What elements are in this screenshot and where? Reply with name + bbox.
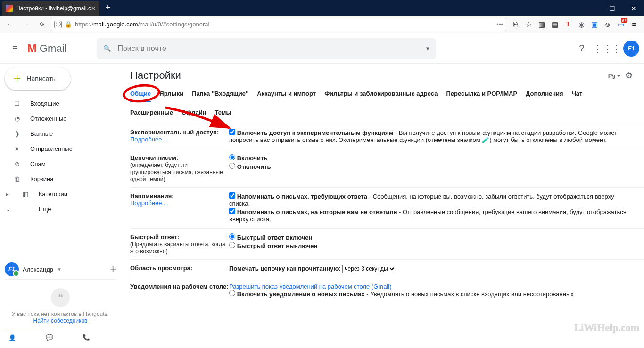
tab-close-icon[interactable]: ✕	[91, 5, 96, 12]
hangouts-tab-chat[interactable]: 💬	[42, 331, 79, 344]
experimental-checkbox-label[interactable]: Включить доступ к экспериментальным функ…	[229, 129, 635, 143]
hangouts-empty-text: У вас пока нет контактов в Hangouts.	[8, 311, 113, 317]
browser-menu-icon[interactable]: ≡	[629, 19, 639, 30]
back-button[interactable]: ←	[3, 17, 17, 32]
conversation-on-radio-label[interactable]: Включить	[229, 154, 635, 162]
setting-label-conversation: Цепочки писем: (определяет, будут ли гру…	[130, 154, 229, 182]
sidebar-item-inbox[interactable]: ☐Входящие	[0, 96, 116, 111]
setting-label-nudges: Напоминания: Подробнее...	[130, 192, 229, 224]
sidebar-item-categories[interactable]: ▸◧Категории	[0, 186, 116, 201]
tab-themes[interactable]: Темы	[215, 109, 231, 116]
reload-button[interactable]: ⟳	[35, 17, 49, 32]
conversation-off-radio-label[interactable]: Отключить	[229, 163, 635, 170]
tab-general[interactable]: Общие	[130, 90, 151, 102]
mark-read-select[interactable]: через 3 секунды	[342, 265, 396, 273]
learn-more-link[interactable]: Подробнее...	[130, 199, 167, 207]
tab-forwarding[interactable]: Пересылка и POP/IMAP	[446, 90, 517, 102]
nudge-followup-checkbox[interactable]	[229, 208, 235, 214]
learn-more-link[interactable]: Подробнее...	[130, 136, 167, 143]
tab-chat[interactable]: Чат	[572, 90, 583, 102]
address-bar: ← → ⟳ ⓘ 🔒 https://mail.google.com/mail/u…	[0, 16, 644, 33]
browser-tab[interactable]: Настройки - liwihelp@gmail.c ✕	[2, 1, 99, 16]
nudge-reply-checkbox[interactable]	[229, 192, 235, 199]
notif-new-radio-label[interactable]: Включить уведомления о новых письмах - У…	[229, 290, 635, 298]
sidebar-icon[interactable]: ▤	[550, 19, 560, 30]
bookmark-icon[interactable]: ☆	[523, 19, 534, 30]
setting-label-experimental: Экспериментальный доступ: Подробнее...	[130, 129, 229, 144]
smartreply-on-radio-label[interactable]: Быстрый ответ включен	[229, 233, 635, 241]
gmail-m-icon: M	[27, 42, 37, 55]
account-avatar[interactable]: F1	[623, 41, 639, 57]
search-input[interactable]	[117, 44, 420, 53]
site-info-icon[interactable]: ⓘ	[54, 21, 62, 28]
setting-label-notifications: Уведомления на рабочем столе:	[130, 283, 229, 298]
profile-icon[interactable]: ☺	[603, 19, 613, 30]
conversation-on-radio[interactable]	[229, 154, 235, 160]
smartreply-off-radio[interactable]	[229, 242, 235, 248]
gmail-logo[interactable]: M Gmail	[27, 42, 66, 55]
page-title: Настройки	[130, 69, 181, 82]
smartreply-on-radio[interactable]	[229, 233, 235, 240]
tab-advanced[interactable]: Расширенные	[130, 109, 173, 116]
hangouts-tab-phone[interactable]: 📞	[79, 331, 116, 344]
enable-notifications-link[interactable]: Разрешить показ уведомлений на рабочем с…	[229, 283, 391, 290]
main-menu-button[interactable]: ≡	[5, 38, 25, 59]
lock-icon: 🔒	[65, 21, 72, 28]
support-button[interactable]: ?	[572, 39, 591, 58]
sidebar-item-sent[interactable]: ➤Отправленные	[0, 141, 116, 156]
reader-icon[interactable]: ⎘	[510, 19, 520, 30]
new-tab-button[interactable]: +	[101, 3, 115, 13]
window-close-button[interactable]: ✕	[623, 1, 644, 16]
plus-icon: +	[13, 71, 21, 86]
tab-labels[interactable]: Ярлыки	[159, 90, 183, 102]
tab-addons[interactable]: Дополнения	[526, 90, 563, 102]
clock-icon: ◔	[12, 115, 22, 122]
hangouts-find-link[interactable]: Найти собеседников	[8, 317, 113, 324]
tab-favicon	[6, 5, 13, 12]
ext-t-icon[interactable]: T	[563, 19, 573, 30]
search-options-icon[interactable]: ▾	[426, 45, 429, 52]
label-icon: ◧	[21, 191, 30, 198]
sidebar-item-snoozed[interactable]: ◔Отложенные	[0, 111, 116, 126]
important-icon: ❱	[12, 130, 22, 137]
tab-offline[interactable]: Офлайн	[182, 109, 206, 116]
sidebar-item-important[interactable]: ❱Важные	[0, 126, 116, 141]
input-tools-button[interactable]: Рꭚ ▾	[608, 72, 620, 79]
ext-abp-icon[interactable]: ◉	[576, 19, 586, 30]
tab-title: Настройки - liwihelp@gmail.c	[16, 5, 91, 12]
hangouts-dropdown-icon[interactable]: ▼	[57, 267, 62, 272]
smartreply-off-radio-label[interactable]: Быстрый ответ выключен	[229, 242, 635, 249]
tab-filters[interactable]: Фильтры и заблокированные адреса	[324, 90, 438, 102]
sidebar-item-more[interactable]: ⌄Ещё	[0, 201, 116, 216]
ext-badge-icon[interactable]: ▭9+	[616, 19, 626, 30]
hangouts-new-chat-button[interactable]: +	[110, 263, 116, 275]
tab-accounts[interactable]: Аккаунты и импорт	[257, 90, 316, 102]
ext-screenshot-icon[interactable]: ▣	[589, 19, 600, 30]
nudge-reply-checkbox-label[interactable]: Напоминать о письмах, требующих ответа -…	[229, 192, 635, 207]
settings-gear-icon[interactable]: ⚙	[625, 70, 633, 81]
hangouts-user-row[interactable]: F1 Александр ▼ +	[5, 262, 116, 280]
tab-inbox[interactable]: Папка "Входящие"	[192, 90, 248, 102]
forward-button[interactable]: →	[19, 17, 33, 32]
notif-new-radio[interactable]	[229, 290, 235, 296]
hangouts-tab-contacts[interactable]: 👤	[5, 331, 42, 344]
sidebar-item-spam[interactable]: ⊘Спам	[0, 156, 116, 171]
sidebar-item-trash[interactable]: 🗑Корзина	[0, 171, 116, 186]
compose-button[interactable]: + Написать	[5, 67, 71, 90]
page-actions-icon[interactable]: •••	[496, 21, 503, 28]
inbox-icon: ☐	[12, 100, 22, 107]
hangouts-empty-icon: ❝	[51, 288, 70, 307]
library-icon[interactable]: ▥	[537, 19, 547, 30]
window-minimize-button[interactable]: —	[580, 1, 602, 16]
trash-icon: 🗑	[12, 175, 22, 182]
chevron-right-icon: ▸	[6, 191, 12, 198]
search-bar[interactable]: 🔍 ▾	[97, 38, 436, 59]
nudge-followup-checkbox-label[interactable]: Напоминать о письмах, на которые вам не …	[229, 208, 635, 223]
experimental-checkbox[interactable]	[229, 129, 235, 135]
spam-icon: ⊘	[12, 160, 22, 167]
conversation-off-radio[interactable]	[229, 163, 235, 169]
window-maximize-button[interactable]: ☐	[602, 1, 623, 16]
setting-label-preview: Область просмотра:	[130, 265, 229, 273]
url-input[interactable]: ⓘ 🔒 https://mail.google.com/mail/u/0/#se…	[51, 18, 506, 31]
apps-button[interactable]: ⋮⋮⋮	[598, 39, 617, 58]
